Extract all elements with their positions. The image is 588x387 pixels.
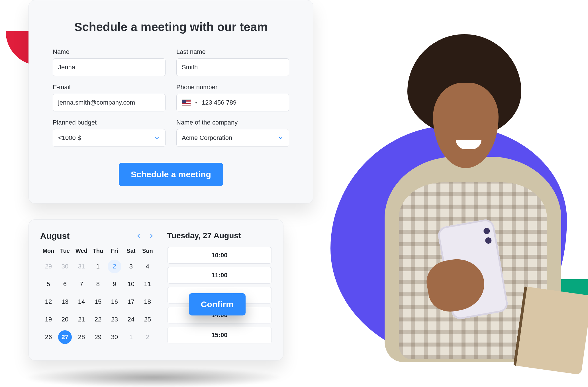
calendar-date-cell[interactable]: 9 xyxy=(106,275,123,293)
input-name[interactable] xyxy=(58,59,160,76)
calendar-date-cell[interactable]: 15 xyxy=(90,293,106,311)
calendar-date-cell[interactable]: 1 xyxy=(90,258,106,275)
input-phone[interactable] xyxy=(202,94,284,111)
input-name-wrap xyxy=(53,58,166,76)
calendar-dow: Thu xyxy=(90,248,106,254)
input-last-name-wrap xyxy=(176,58,289,76)
calendar-date-cell[interactable]: 26 xyxy=(40,328,57,346)
calendar-date-cell[interactable]: 19 xyxy=(40,311,57,328)
confirm-button[interactable]: Confirm xyxy=(189,293,246,315)
calendar-date-cell[interactable]: 23 xyxy=(106,311,123,328)
schedule-form-card: Schedule a meeting with our team Name La… xyxy=(28,0,313,203)
calendar-date-cell[interactable]: 7 xyxy=(73,275,90,293)
time-slot[interactable]: 11:00 xyxy=(167,267,272,284)
calendar-date-cell[interactable]: 25 xyxy=(139,311,156,328)
calendar-date-cell[interactable]: 17 xyxy=(123,293,139,311)
calendar-date-cell[interactable]: 27 xyxy=(57,328,73,346)
calendar-date-cell[interactable]: 20 xyxy=(57,311,73,328)
field-email: E-mail xyxy=(53,83,166,111)
hero-illustration xyxy=(319,17,588,370)
input-email-wrap xyxy=(53,94,166,111)
calendar-date-cell[interactable]: 8 xyxy=(90,275,106,293)
picked-date-label: Tuesday, 27 August xyxy=(167,231,272,240)
calendar-dow: Fri xyxy=(106,248,123,254)
calendar-dow: Sun xyxy=(139,248,156,254)
calendar-date-cell[interactable]: 30 xyxy=(106,328,123,346)
chevron-down-icon xyxy=(154,135,160,141)
select-budget-value: <1000 $ xyxy=(58,134,81,142)
chevron-left-icon xyxy=(135,233,142,239)
calendar-date-cell[interactable]: 29 xyxy=(40,258,57,275)
field-budget: Planned budget <1000 $ xyxy=(53,119,166,147)
label-phone: Phone number xyxy=(176,83,289,91)
input-email[interactable] xyxy=(58,94,160,111)
calendar-date-cell[interactable]: 28 xyxy=(73,328,90,346)
calendar-date-cell[interactable]: 24 xyxy=(123,311,139,328)
calendar-date-cell[interactable]: 16 xyxy=(106,293,123,311)
calendar-date-cell[interactable]: 5 xyxy=(40,275,57,293)
calendar-date-cell[interactable]: 2 xyxy=(139,328,156,346)
field-phone: Phone number xyxy=(176,83,289,111)
calendar-dow: Tue xyxy=(57,248,73,254)
calendar-month-label: August xyxy=(40,231,70,241)
calendar-date-cell[interactable]: 6 xyxy=(57,275,73,293)
calendar-date-cell[interactable]: 12 xyxy=(40,293,57,311)
label-company: Name of the company xyxy=(176,119,289,126)
schedule-meeting-button[interactable]: Schedule a meeting xyxy=(119,163,223,186)
calendar-date-cell[interactable]: 4 xyxy=(139,258,156,275)
calendar-date-cell[interactable]: 29 xyxy=(90,328,106,346)
calendar-date-cell[interactable]: 13 xyxy=(57,293,73,311)
calendar-date-cell[interactable]: 1 xyxy=(123,328,139,346)
calendar-next-button[interactable] xyxy=(147,232,156,240)
select-company[interactable]: Acme Corporation xyxy=(176,129,289,147)
label-name: Name xyxy=(53,48,166,56)
calendar-prev-button[interactable] xyxy=(134,232,143,240)
calendar-date-cell[interactable]: 3 xyxy=(123,258,139,275)
shadow-decoration xyxy=(23,368,285,387)
calendar-dow: Sat xyxy=(123,248,139,254)
label-budget: Planned budget xyxy=(53,119,166,126)
calendar-dow: Mon xyxy=(40,248,57,254)
time-slot[interactable]: 10:00 xyxy=(167,247,272,264)
calendar-date-cell[interactable]: 14 xyxy=(73,293,90,311)
person-illustration xyxy=(342,34,570,362)
calendar-right: Tuesday, 27 August 10:0011:0014:0015:00 … xyxy=(167,231,272,346)
time-slot[interactable]: 15:00 xyxy=(167,327,272,343)
form-title: Schedule a meeting with our team xyxy=(53,20,289,34)
chevron-down-icon xyxy=(277,135,284,141)
calendar-date-cell[interactable]: 21 xyxy=(73,311,90,328)
input-phone-wrap xyxy=(176,94,289,111)
field-name: Name xyxy=(53,48,166,76)
input-last-name[interactable] xyxy=(182,59,284,76)
flag-caret-icon[interactable] xyxy=(195,102,198,103)
calendar-date-cell[interactable]: 30 xyxy=(57,258,73,275)
calendar-left: August MonTueWedThuFriSatSun 29303112345… xyxy=(40,231,156,346)
label-last-name: Last name xyxy=(176,48,289,56)
calendar-date-cell[interactable]: 2 xyxy=(106,258,123,275)
calendar-date-cell[interactable]: 22 xyxy=(90,311,106,328)
calendar-date-cell[interactable]: 31 xyxy=(73,258,90,275)
calendar-dow: Wed xyxy=(73,248,90,254)
field-last-name: Last name xyxy=(176,48,289,76)
calendar-date-cell[interactable]: 11 xyxy=(139,275,156,293)
select-budget[interactable]: <1000 $ xyxy=(53,129,166,147)
calendar-date-cell[interactable]: 10 xyxy=(123,275,139,293)
label-email: E-mail xyxy=(53,83,166,91)
chevron-right-icon xyxy=(148,233,155,239)
select-company-value: Acme Corporation xyxy=(182,134,232,142)
us-flag-icon[interactable] xyxy=(182,99,191,106)
calendar-date-cell[interactable]: 18 xyxy=(139,293,156,311)
field-company: Name of the company Acme Corporation xyxy=(176,119,289,147)
calendar-card: August MonTueWedThuFriSatSun 29303112345… xyxy=(28,219,283,360)
